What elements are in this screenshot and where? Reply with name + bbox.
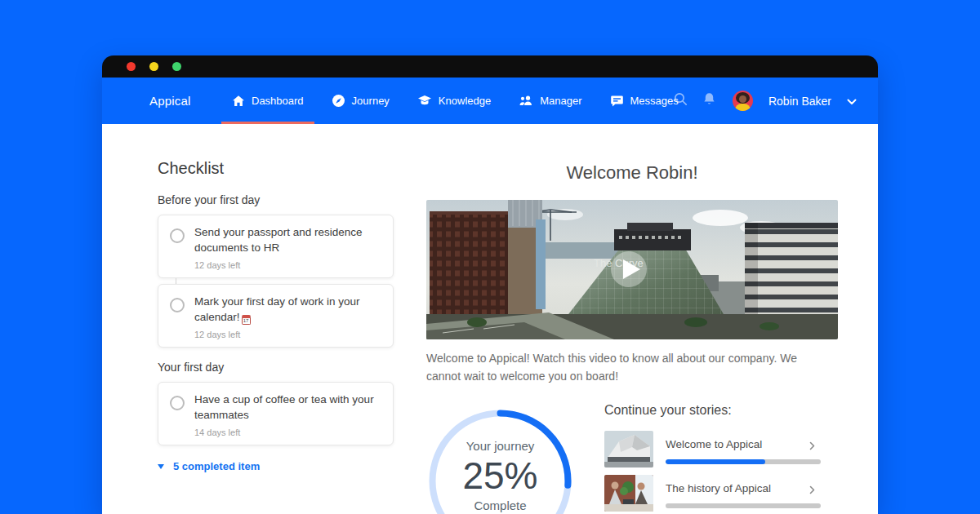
nav-item-journey[interactable]: Journey — [321, 78, 400, 124]
nav-menu: Dashboard Journey Knowledge Manager — [221, 78, 689, 124]
chevron-right-icon[interactable] — [809, 483, 815, 498]
checklist-item-coffee[interactable]: Have a cup of coffee or tea with your te… — [158, 382, 394, 445]
nav-item-label: Messages — [630, 95, 679, 107]
user-avatar[interactable] — [733, 91, 753, 111]
checkbox-circle[interactable] — [170, 396, 185, 410]
top-navbar: Appical Dashboard Journey Knowledge — [102, 78, 878, 124]
welcome-description: Welcome to Appical! Watch this video to … — [426, 350, 818, 385]
story-progress-bar — [666, 503, 821, 508]
stories-heading: Continue your stories: — [604, 403, 732, 418]
story-thumbnail-welcome[interactable] — [604, 431, 653, 467]
chevron-down-icon[interactable] — [847, 94, 857, 109]
bell-icon[interactable] — [703, 92, 715, 109]
caret-down-icon — [158, 464, 164, 469]
nav-item-label: Knowledge — [439, 95, 491, 107]
nav-item-label: Manager — [540, 95, 581, 107]
user-name[interactable]: Robin Baker — [768, 95, 831, 108]
story-title[interactable]: The history of Appical — [666, 482, 804, 494]
nav-item-label: Journey — [352, 95, 390, 107]
story-title[interactable]: Welcome to Appical — [666, 438, 804, 450]
browser-window: Appical Dashboard Journey Knowledge — [102, 55, 878, 514]
nav-item-knowledge[interactable]: Knowledge — [407, 78, 501, 124]
checklist-item-text: Mark your first day of work in your cale… — [194, 294, 387, 325]
home-icon — [232, 95, 245, 108]
nav-item-label: Dashboard — [252, 95, 304, 107]
welcome-title: Welcome Robin! — [426, 162, 838, 184]
journey-label: Your journey — [466, 439, 535, 453]
browser-titlebar — [102, 55, 878, 78]
chat-icon — [610, 95, 624, 108]
nav-item-dashboard[interactable]: Dashboard — [221, 78, 314, 124]
story-progress-fill — [666, 459, 765, 464]
people-icon — [519, 95, 533, 107]
play-button — [611, 251, 647, 287]
search-icon[interactable] — [674, 92, 688, 109]
story-progress-bar — [666, 459, 821, 464]
completed-items-link[interactable]: 5 completed item — [158, 460, 260, 472]
story-thumbnail-history[interactable] — [604, 475, 653, 512]
checklist-item-due: 12 days left — [194, 330, 240, 339]
journey-percent: 25% — [462, 454, 537, 497]
checklist-item-passport[interactable]: Send your passport and residence documen… — [158, 215, 394, 278]
checklist-item-text: Send your passport and residence documen… — [194, 224, 387, 255]
section-heading-first-day: Your first day — [158, 361, 224, 374]
avatar-shirt — [735, 104, 751, 111]
dashboard-content: Checklist Before your first day Send you… — [102, 124, 878, 514]
checklist-item-due: 14 days left — [194, 428, 240, 437]
maximize-window-button[interactable] — [172, 62, 181, 71]
journey-sublabel: Complete — [474, 498, 526, 512]
checklist-item-calendar[interactable]: Mark your first day of work in your cale… — [158, 284, 394, 348]
nav-item-manager[interactable]: Manager — [508, 78, 592, 124]
checklist-item-text: Have a cup of coffee or tea with your te… — [194, 392, 387, 423]
calendar-emoji: 17 — [242, 315, 251, 325]
brand-logo[interactable]: Appical — [149, 94, 191, 108]
checkbox-circle[interactable] — [170, 298, 185, 312]
welcome-video-player[interactable]: The Curve — [426, 200, 838, 339]
minimize-window-button[interactable] — [149, 62, 158, 71]
checkbox-circle[interactable] — [170, 228, 185, 243]
avatar-face — [739, 95, 746, 103]
journey-progress-circle: Your journey 25% Complete — [429, 410, 572, 514]
nav-right-cluster: Robin Baker — [674, 78, 857, 124]
section-heading-before-first-day: Before your first day — [158, 193, 260, 206]
compass-icon — [332, 94, 345, 108]
checklist-item-due: 12 days left — [194, 260, 240, 270]
checklist-title: Checklist — [158, 159, 224, 178]
chevron-right-icon[interactable] — [809, 439, 815, 454]
graduation-cap-icon — [417, 95, 432, 108]
close-window-button[interactable] — [127, 62, 136, 71]
